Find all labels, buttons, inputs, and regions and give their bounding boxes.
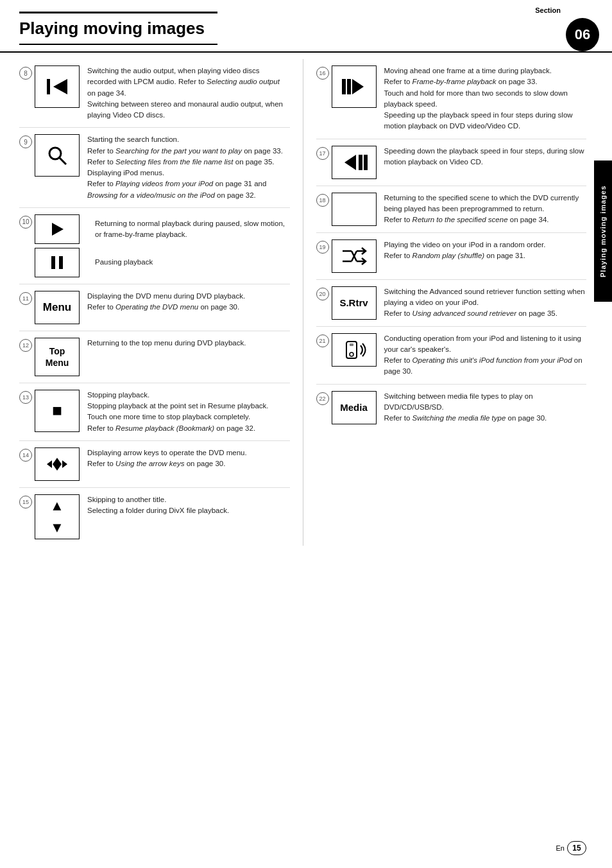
svg-rect-0 (47, 79, 50, 94)
svg-marker-9 (53, 458, 62, 471)
item-icon (35, 447, 80, 481)
item-description: Switching the audio output, when playing… (87, 65, 290, 121)
section-number: 06 (575, 26, 590, 43)
item-icon (35, 134, 80, 177)
page-number: 15 (572, 844, 581, 853)
svg-marker-4 (52, 223, 64, 236)
item-description: Moving ahead one frame at a time during … (384, 65, 587, 132)
item-icon: ▲ ▼ (35, 494, 80, 539)
list-item: 15 ▲ ▼ Skipping to another title. Select… (19, 488, 290, 546)
item-number: 10 (19, 216, 32, 229)
list-item: 12 TopMenu Returning to the top menu dur… (19, 331, 290, 383)
svg-marker-12 (352, 79, 364, 94)
list-item: 10 Return (19, 208, 290, 284)
item-number: 21 (316, 334, 329, 347)
item-icon-play (35, 214, 80, 244)
main-content: 8 Switching the audio output, when playi… (0, 53, 612, 559)
item-icon (332, 333, 377, 367)
side-tab: Playing moving images (594, 161, 612, 302)
left-column: 8 Switching the audio output, when playi… (19, 59, 303, 546)
item-icon: Menu (35, 291, 80, 324)
item-number: 9 (19, 135, 32, 148)
item-description: Skipping to another title. Selecting a f… (87, 494, 290, 517)
item-description: Stopping playback. Stopping playback at … (87, 390, 290, 434)
item-description: Returning to the top menu during DVD pla… (87, 338, 290, 349)
svg-marker-1 (53, 79, 67, 94)
item-number: 22 (316, 392, 329, 405)
item-icon: S.Rtrv (332, 286, 377, 320)
list-item: 13 ■ Stopping playback. Stopping playbac… (19, 383, 290, 441)
svg-rect-10 (342, 79, 346, 94)
list-item: 22 Media Switching between media file ty… (316, 385, 587, 431)
item-icon-pause (35, 248, 80, 277)
section-number-box: 06 (566, 18, 599, 51)
svg-rect-15 (364, 155, 368, 170)
svg-line-3 (59, 157, 66, 164)
svg-marker-7 (47, 460, 52, 468)
item-number: 16 (316, 67, 329, 80)
item-number: 14 (19, 449, 32, 462)
svg-rect-5 (51, 256, 55, 269)
header-section: Section 06 Playing moving images (0, 0, 612, 53)
svg-marker-8 (62, 460, 67, 468)
svg-marker-13 (344, 155, 356, 170)
list-item: 8 Switching the audio output, when playi… (19, 59, 290, 128)
list-item: 18 Returning to the specified scene to w… (316, 186, 587, 233)
list-item: 16 Moving ahead one frame at a time duri… (316, 59, 587, 139)
page-container: Section 06 Playing moving images Playing… (0, 0, 612, 868)
svg-rect-14 (359, 155, 362, 170)
item-icon (332, 65, 377, 108)
list-item: 9 Starting the search function. Refer to… (19, 128, 290, 208)
right-column: 16 Moving ahead one frame at a time duri… (303, 59, 587, 546)
item-icon (332, 146, 377, 179)
page-number-box: 15 (567, 841, 586, 855)
item-description: Displaying the DVD menu during DVD playb… (87, 291, 290, 313)
page-lang: En (556, 844, 565, 852)
item-icon (332, 239, 377, 273)
item-description: Speeding down the playback speed in four… (384, 146, 587, 168)
item-description-play: Returning to normal playback during paus… (95, 214, 290, 244)
item-description: Displaying arrow keys to operate the DVD… (87, 447, 290, 470)
item-description: Returning to the specified scene to whic… (384, 193, 587, 226)
list-item: 14 Displaying arrow keys to operate the … (19, 441, 290, 488)
item-icon (35, 65, 80, 108)
item-number: 18 (316, 194, 329, 207)
item-number: 13 (19, 391, 32, 404)
item-number: 11 (19, 292, 32, 305)
item-number: 8 (19, 67, 32, 80)
item-description: Switching between media file types to pl… (384, 391, 587, 424)
item-description: Starting the search function. Refer to S… (87, 134, 290, 201)
page-number-area: En 15 (556, 841, 586, 855)
list-item: 11 Menu Displaying the DVD menu during D… (19, 284, 290, 331)
item-number: 17 (316, 147, 329, 160)
item-number: 19 (316, 241, 329, 254)
item-icon: TopMenu (35, 338, 80, 376)
svg-rect-6 (59, 256, 63, 269)
list-item: 19 (316, 233, 587, 280)
page-title: Playing moving images (19, 12, 217, 45)
list-item: 20 S.Rtrv Switching the Advanced sound r… (316, 280, 587, 327)
item-number: 12 (19, 339, 32, 352)
svg-rect-24 (350, 343, 353, 346)
svg-rect-11 (347, 79, 351, 94)
item-description-pause: Pausing playback (95, 248, 290, 277)
item-description: Switching the Advanced sound retriever f… (384, 286, 587, 320)
item-number: 15 (19, 496, 32, 508)
list-item: 17 Speeding down the playback speed in f… (316, 139, 587, 186)
item-description: Playing the video on your iPod in a rand… (384, 239, 587, 262)
item-icon: ■ (35, 390, 80, 432)
list-item: 21 Conducting operation fr (316, 327, 587, 385)
item-icon (332, 193, 377, 226)
item-number: 20 (316, 288, 329, 300)
section-label-text: Section (535, 6, 561, 14)
item-icon: Media (332, 391, 377, 424)
section-label: Section (535, 6, 561, 14)
svg-point-23 (350, 352, 353, 356)
item-description: Conducting operation from your iPod and … (384, 333, 587, 378)
